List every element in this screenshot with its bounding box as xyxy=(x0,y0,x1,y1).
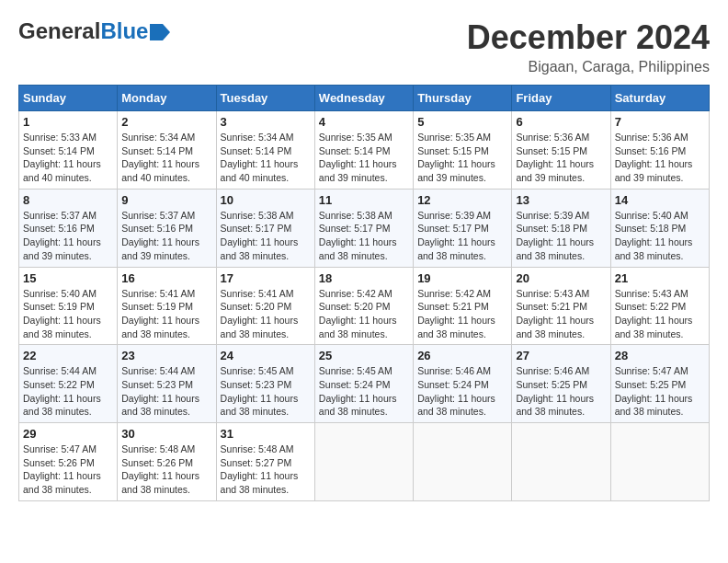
calendar-cell: 24 Sunrise: 5:45 AM Sunset: 5:23 PM Dayl… xyxy=(216,345,314,423)
calendar-cell: 16 Sunrise: 5:41 AM Sunset: 5:19 PM Dayl… xyxy=(118,267,216,345)
day-info: Sunrise: 5:41 AM Sunset: 5:19 PM Dayligh… xyxy=(121,287,211,341)
day-info: Sunrise: 5:45 AM Sunset: 5:23 PM Dayligh… xyxy=(221,364,311,419)
day-number: 8 xyxy=(23,193,113,207)
calendar-week-row: 22 Sunrise: 5:44 AM Sunset: 5:22 PM Dayl… xyxy=(19,345,710,423)
weekday-header-row: SundayMondayTuesdayWednesdayThursdayFrid… xyxy=(19,86,710,111)
page-header: GeneralBlue December 2024 Bigaan, Caraga… xyxy=(18,18,710,75)
day-number: 6 xyxy=(516,115,606,129)
day-number: 15 xyxy=(23,271,113,285)
month-title: December 2024 xyxy=(467,18,710,57)
day-number: 9 xyxy=(121,193,211,207)
day-number: 2 xyxy=(121,115,211,129)
calendar-cell: 12 Sunrise: 5:39 AM Sunset: 5:17 PM Dayl… xyxy=(414,189,512,267)
day-number: 23 xyxy=(121,349,211,362)
day-info: Sunrise: 5:44 AM Sunset: 5:22 PM Dayligh… xyxy=(23,364,113,419)
weekday-header-saturday: Saturday xyxy=(610,86,709,111)
day-number: 11 xyxy=(319,193,409,207)
day-number: 10 xyxy=(221,193,311,207)
calendar-cell: 6 Sunrise: 5:36 AM Sunset: 5:15 PM Dayli… xyxy=(512,111,610,190)
calendar-cell: 17 Sunrise: 5:41 AM Sunset: 5:20 PM Dayl… xyxy=(216,267,314,345)
day-number: 7 xyxy=(615,115,705,129)
calendar-cell xyxy=(414,423,512,501)
calendar-cell xyxy=(314,423,413,501)
weekday-header-thursday: Thursday xyxy=(414,86,512,111)
calendar-week-row: 15 Sunrise: 5:40 AM Sunset: 5:19 PM Dayl… xyxy=(19,267,710,345)
day-number: 17 xyxy=(221,271,311,285)
calendar-cell: 7 Sunrise: 5:36 AM Sunset: 5:16 PM Dayli… xyxy=(610,111,709,190)
logo-arrow-icon xyxy=(150,24,170,40)
day-info: Sunrise: 5:34 AM Sunset: 5:14 PM Dayligh… xyxy=(121,131,211,185)
day-info: Sunrise: 5:37 AM Sunset: 5:16 PM Dayligh… xyxy=(23,209,113,263)
day-info: Sunrise: 5:33 AM Sunset: 5:14 PM Dayligh… xyxy=(23,131,113,185)
calendar-cell: 5 Sunrise: 5:35 AM Sunset: 5:15 PM Dayli… xyxy=(414,111,512,190)
calendar-cell: 2 Sunrise: 5:34 AM Sunset: 5:14 PM Dayli… xyxy=(118,111,216,190)
day-info: Sunrise: 5:48 AM Sunset: 5:27 PM Dayligh… xyxy=(221,442,311,497)
day-info: Sunrise: 5:42 AM Sunset: 5:20 PM Dayligh… xyxy=(319,287,409,341)
day-info: Sunrise: 5:42 AM Sunset: 5:21 PM Dayligh… xyxy=(417,287,507,341)
day-info: Sunrise: 5:38 AM Sunset: 5:17 PM Dayligh… xyxy=(319,209,409,263)
calendar-cell: 25 Sunrise: 5:45 AM Sunset: 5:24 PM Dayl… xyxy=(314,345,413,423)
calendar-cell: 3 Sunrise: 5:34 AM Sunset: 5:14 PM Dayli… xyxy=(216,111,314,190)
day-info: Sunrise: 5:45 AM Sunset: 5:24 PM Dayligh… xyxy=(319,364,409,419)
day-info: Sunrise: 5:38 AM Sunset: 5:17 PM Dayligh… xyxy=(221,209,311,263)
day-number: 26 xyxy=(417,349,507,362)
location-title: Bigaan, Caraga, Philippines xyxy=(467,59,710,75)
calendar-table: SundayMondayTuesdayWednesdayThursdayFrid… xyxy=(18,85,710,501)
day-number: 28 xyxy=(615,349,705,362)
day-number: 5 xyxy=(417,115,507,129)
day-info: Sunrise: 5:43 AM Sunset: 5:22 PM Dayligh… xyxy=(615,287,705,341)
day-number: 29 xyxy=(23,427,113,441)
weekday-header-monday: Monday xyxy=(118,86,216,111)
calendar-cell: 11 Sunrise: 5:38 AM Sunset: 5:17 PM Dayl… xyxy=(314,189,413,267)
day-number: 27 xyxy=(516,349,606,362)
day-info: Sunrise: 5:43 AM Sunset: 5:21 PM Dayligh… xyxy=(516,287,606,341)
day-info: Sunrise: 5:40 AM Sunset: 5:18 PM Dayligh… xyxy=(615,209,705,263)
calendar-cell: 18 Sunrise: 5:42 AM Sunset: 5:20 PM Dayl… xyxy=(314,267,413,345)
logo: GeneralBlue xyxy=(18,18,170,44)
calendar-cell: 29 Sunrise: 5:47 AM Sunset: 5:26 PM Dayl… xyxy=(19,423,118,501)
day-info: Sunrise: 5:39 AM Sunset: 5:17 PM Dayligh… xyxy=(417,209,507,263)
title-block: December 2024 Bigaan, Caraga, Philippine… xyxy=(467,18,710,75)
day-info: Sunrise: 5:35 AM Sunset: 5:14 PM Dayligh… xyxy=(319,131,409,185)
calendar-week-row: 1 Sunrise: 5:33 AM Sunset: 5:14 PM Dayli… xyxy=(19,111,710,190)
weekday-header-friday: Friday xyxy=(512,86,610,111)
day-number: 4 xyxy=(319,115,409,129)
day-info: Sunrise: 5:41 AM Sunset: 5:20 PM Dayligh… xyxy=(221,287,311,341)
calendar-cell: 10 Sunrise: 5:38 AM Sunset: 5:17 PM Dayl… xyxy=(216,189,314,267)
day-number: 25 xyxy=(319,349,409,362)
day-number: 19 xyxy=(417,271,507,285)
calendar-cell: 14 Sunrise: 5:40 AM Sunset: 5:18 PM Dayl… xyxy=(610,189,709,267)
calendar-cell: 4 Sunrise: 5:35 AM Sunset: 5:14 PM Dayli… xyxy=(314,111,413,190)
calendar-week-row: 8 Sunrise: 5:37 AM Sunset: 5:16 PM Dayli… xyxy=(19,189,710,267)
calendar-cell: 30 Sunrise: 5:48 AM Sunset: 5:26 PM Dayl… xyxy=(118,423,216,501)
calendar-cell: 20 Sunrise: 5:43 AM Sunset: 5:21 PM Dayl… xyxy=(512,267,610,345)
calendar-cell: 13 Sunrise: 5:39 AM Sunset: 5:18 PM Dayl… xyxy=(512,189,610,267)
calendar-week-row: 29 Sunrise: 5:47 AM Sunset: 5:26 PM Dayl… xyxy=(19,423,710,501)
day-info: Sunrise: 5:36 AM Sunset: 5:16 PM Dayligh… xyxy=(615,131,705,185)
day-number: 18 xyxy=(319,271,409,285)
day-number: 20 xyxy=(516,271,606,285)
day-number: 12 xyxy=(417,193,507,207)
calendar-cell: 22 Sunrise: 5:44 AM Sunset: 5:22 PM Dayl… xyxy=(19,345,118,423)
day-info: Sunrise: 5:34 AM Sunset: 5:14 PM Dayligh… xyxy=(221,131,311,185)
day-number: 31 xyxy=(221,427,311,441)
calendar-cell: 15 Sunrise: 5:40 AM Sunset: 5:19 PM Dayl… xyxy=(19,267,118,345)
calendar-cell xyxy=(610,423,709,501)
calendar-cell: 27 Sunrise: 5:46 AM Sunset: 5:25 PM Dayl… xyxy=(512,345,610,423)
day-number: 24 xyxy=(221,349,311,362)
weekday-header-tuesday: Tuesday xyxy=(216,86,314,111)
day-info: Sunrise: 5:37 AM Sunset: 5:16 PM Dayligh… xyxy=(121,209,211,263)
day-info: Sunrise: 5:48 AM Sunset: 5:26 PM Dayligh… xyxy=(121,442,211,497)
day-number: 16 xyxy=(121,271,211,285)
day-info: Sunrise: 5:44 AM Sunset: 5:23 PM Dayligh… xyxy=(121,364,211,419)
day-info: Sunrise: 5:46 AM Sunset: 5:25 PM Dayligh… xyxy=(516,364,606,419)
calendar-cell: 1 Sunrise: 5:33 AM Sunset: 5:14 PM Dayli… xyxy=(19,111,118,190)
svg-marker-0 xyxy=(150,24,170,40)
calendar-cell: 8 Sunrise: 5:37 AM Sunset: 5:16 PM Dayli… xyxy=(19,189,118,267)
day-number: 22 xyxy=(23,349,113,362)
day-info: Sunrise: 5:39 AM Sunset: 5:18 PM Dayligh… xyxy=(516,209,606,263)
logo-text: GeneralBlue xyxy=(18,18,148,44)
day-number: 13 xyxy=(516,193,606,207)
day-info: Sunrise: 5:40 AM Sunset: 5:19 PM Dayligh… xyxy=(23,287,113,341)
day-info: Sunrise: 5:47 AM Sunset: 5:25 PM Dayligh… xyxy=(615,364,705,419)
